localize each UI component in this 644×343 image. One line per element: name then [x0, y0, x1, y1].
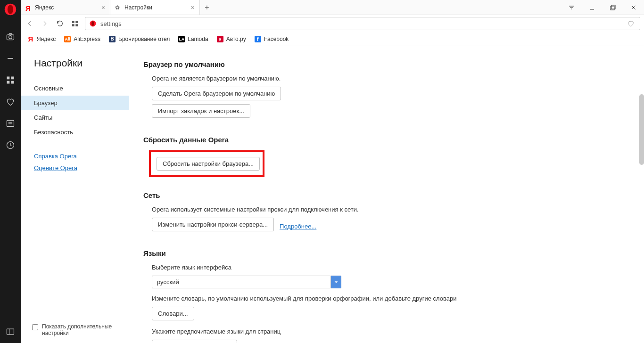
settings-content: Браузер по умолчанию Opera не является б…: [129, 46, 638, 343]
bookmark-autoru[interactable]: aАвто.ру: [217, 36, 246, 42]
news-icon[interactable]: [6, 119, 15, 128]
address-bar[interactable]: settings: [85, 17, 640, 30]
settings-nav: Основные Браузер Сайты Безопасность: [21, 81, 129, 139]
highlight-annotation: Сбросить настройки браузера...: [149, 150, 264, 177]
minimize-button[interactable]: [582, 0, 603, 15]
svg-point-1: [8, 5, 13, 14]
toolbar: settings: [21, 15, 644, 32]
section-network: Сеть Opera использует системные настройк…: [143, 191, 624, 235]
section-reset: Сбросить данные Opera Сбросить настройки…: [143, 136, 624, 177]
close-window-button[interactable]: [623, 0, 644, 15]
scrollbar-thumb[interactable]: [639, 94, 644, 165]
svg-rect-26: [75, 24, 78, 26]
svg-point-3: [9, 36, 12, 39]
address-text: settings: [100, 20, 122, 27]
section-text: Opera использует системные настройки про…: [143, 206, 624, 213]
maximize-button[interactable]: [603, 0, 623, 15]
advanced-checkbox[interactable]: [32, 324, 38, 330]
reload-button[interactable]: [55, 18, 65, 29]
close-icon[interactable]: ×: [101, 4, 105, 11]
tab-label: Яндекс: [35, 4, 54, 11]
new-tab-button[interactable]: +: [200, 0, 214, 15]
bookmark-lamoda[interactable]: LALamoda: [178, 36, 208, 42]
speed-dial-button[interactable]: [70, 18, 80, 29]
svg-rect-20: [611, 5, 615, 9]
bookmarks-bar: ЯЯндекс AliAliExpress BБронирование отел…: [21, 32, 644, 46]
reset-browser-button[interactable]: Сбросить настройки браузера...: [157, 157, 260, 171]
camera-icon[interactable]: [6, 32, 15, 41]
section-text: Opera не является браузером по умолчанию…: [143, 75, 624, 82]
bookmark-yandex[interactable]: ЯЯндекс: [27, 36, 56, 42]
bookmark-aliexpress[interactable]: AliAliExpress: [64, 36, 100, 42]
proxy-settings-button[interactable]: Изменить настройки прокси-сервера...: [152, 218, 274, 231]
facebook-icon: f: [255, 36, 261, 42]
svg-rect-9: [7, 120, 14, 126]
yandex-icon: Я: [25, 4, 32, 11]
grid-icon[interactable]: [6, 75, 15, 85]
section-title: Языки: [143, 249, 624, 257]
section-languages: Языки Выберите язык интерфейса русский И…: [143, 249, 624, 343]
learn-more-link[interactable]: Подробнее...: [280, 223, 316, 230]
settings-links: Справка Opera Оцените Opera: [21, 139, 129, 189]
tab-yandex[interactable]: Я Яндекс ×: [21, 0, 110, 15]
nav-security[interactable]: Безопасность: [21, 125, 129, 139]
svg-point-28: [91, 21, 94, 26]
make-default-button[interactable]: Сделать Opera браузером по умолчанию: [152, 87, 281, 100]
nav-browser[interactable]: Браузер: [21, 96, 129, 110]
nav-sites[interactable]: Сайты: [21, 110, 129, 125]
tab-label: Настройки: [124, 4, 152, 11]
lamoda-icon: LA: [178, 36, 185, 42]
yandex-icon: Я: [27, 36, 34, 42]
aliexpress-icon: Ali: [64, 36, 71, 42]
opera-logo-icon: [4, 3, 17, 16]
heart-icon[interactable]: [6, 97, 15, 106]
autoru-icon: a: [217, 36, 223, 42]
menu-icon[interactable]: [561, 0, 582, 15]
section-title: Сеть: [143, 191, 624, 199]
language-selected: русский: [152, 276, 331, 288]
svg-rect-25: [72, 24, 74, 26]
history-icon[interactable]: [6, 140, 15, 150]
svg-rect-24: [75, 21, 78, 23]
svg-rect-7: [7, 81, 10, 84]
section-title: Сбросить данные Opera: [143, 136, 624, 144]
svg-rect-23: [72, 21, 74, 23]
section-text: Укажите предпочитаемые языки для страниц: [143, 328, 624, 335]
dictionaries-button[interactable]: Словари...: [152, 307, 194, 320]
help-link[interactable]: Справка Opera: [34, 153, 116, 160]
gear-icon: ✿: [115, 4, 122, 11]
back-button[interactable]: [25, 18, 35, 29]
import-button[interactable]: Импорт закладок и настроек...: [152, 104, 250, 118]
opera-badge-icon: [89, 20, 97, 27]
language-select[interactable]: русский: [152, 276, 341, 288]
svg-rect-19: [611, 6, 614, 10]
svg-rect-5: [7, 77, 10, 80]
settings-sidebar: Настройки Основные Браузер Сайты Безопас…: [21, 46, 129, 343]
advanced-label: Показать дополнительные настройки: [42, 323, 117, 336]
forward-button[interactable]: [40, 18, 50, 29]
window-controls: [561, 0, 644, 15]
preferred-languages-button[interactable]: Предпочитаемые языки...: [152, 340, 237, 343]
bookmark-booking[interactable]: BБронирование отел: [109, 36, 170, 42]
section-text: Измените словарь, по умолчанию используе…: [143, 295, 624, 302]
nav-basic[interactable]: Основные: [21, 81, 129, 96]
advanced-toggle[interactable]: Показать дополнительные настройки: [32, 323, 117, 336]
chevron-down-icon[interactable]: [331, 276, 341, 288]
tab-settings[interactable]: ✿ Настройки ×: [110, 0, 200, 15]
browser-sidebar: [0, 0, 21, 343]
bookmark-facebook[interactable]: fFacebook: [255, 36, 289, 42]
bookmark-heart-icon[interactable]: [626, 20, 636, 27]
section-text: Выберите язык интерфейса: [143, 264, 624, 271]
svg-rect-8: [11, 81, 14, 84]
panel-icon[interactable]: [6, 327, 15, 336]
vk-icon: B: [109, 36, 116, 42]
svg-rect-13: [7, 329, 14, 335]
svg-rect-6: [11, 77, 14, 80]
section-default-browser: Браузер по умолчанию Opera не является б…: [143, 60, 624, 122]
close-icon[interactable]: ×: [191, 4, 195, 11]
settings-title: Настройки: [21, 57, 129, 69]
tab-bar: Я Яндекс × ✿ Настройки × +: [21, 0, 644, 15]
minus-icon[interactable]: [6, 54, 15, 63]
section-title: Браузер по умолчанию: [143, 60, 624, 68]
rate-link[interactable]: Оцените Opera: [34, 164, 116, 172]
